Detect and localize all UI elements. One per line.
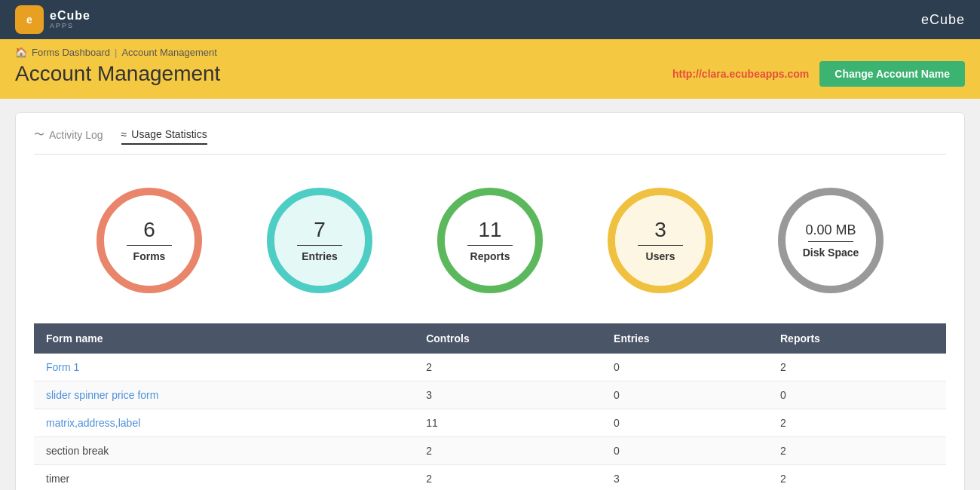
stat-circle-disk: 0.00 MB Disk Space — [778, 188, 884, 293]
table-row: timer232 — [34, 465, 946, 491]
stat-users: 3 Users — [608, 188, 713, 293]
table-header: Form name Controls Entries Reports — [34, 323, 946, 354]
table-cell-form-name: section break — [34, 437, 414, 465]
table-cell-controls: 3 — [414, 381, 602, 409]
dropdown-arrow — [249, 32, 264, 39]
brand-text: eCube APPS — [50, 9, 90, 29]
stat-forms-value: 6 — [143, 219, 155, 240]
activity-log-icon: 〜 — [34, 128, 44, 142]
table-header-row: Form name Controls Entries Reports — [34, 323, 946, 354]
stat-forms-divider — [127, 245, 172, 246]
stat-reports-divider — [467, 245, 513, 246]
stat-disk-divider — [808, 241, 853, 242]
header-row: Account Management http://clara.ecubeapp… — [15, 61, 965, 87]
table-cell-form-name[interactable]: slider spinner price form — [34, 381, 414, 409]
table-cell-reports: 2 — [768, 437, 946, 465]
stat-entries-label: Entries — [302, 250, 337, 262]
table-cell-entries: 0 — [602, 437, 768, 465]
table-row: slider spinner price form300 — [34, 381, 946, 409]
table-cell-controls: 11 — [414, 409, 602, 437]
usage-statistics-icon: ≈ — [121, 128, 127, 140]
stat-disk: 0.00 MB Disk Space — [778, 188, 884, 293]
col-entries: Entries — [602, 323, 768, 354]
account-url: http://clara.ecubeapps.com — [672, 68, 809, 80]
stats-row: 6 Forms 7 Entries 11 Reports — [34, 173, 946, 316]
table-row: Form 1202 — [34, 354, 946, 381]
col-form-name: Form name — [34, 323, 414, 354]
tab-usage-statistics-label: Usage Statistics — [131, 128, 207, 140]
table-cell-form-name[interactable]: matrix,address,label — [34, 409, 414, 437]
breadcrumb: 🏠 Forms Dashboard | Account Management — [15, 47, 965, 58]
stat-users-value: 3 — [654, 219, 666, 240]
stat-reports-label: Reports — [470, 250, 510, 262]
table-cell-controls: 2 — [414, 465, 602, 491]
table-cell-entries: 0 — [602, 409, 768, 437]
breadcrumb-account-management: Account Management — [121, 47, 216, 58]
navbar: e eCube APPS eCube — [0, 0, 980, 39]
brand: e eCube APPS — [15, 5, 90, 34]
stat-disk-label: Disk Space — [803, 247, 859, 259]
stat-disk-value: 0.00 MB — [805, 223, 856, 237]
stat-reports: 11 Reports — [437, 188, 543, 293]
tab-activity-log-label: Activity Log — [49, 129, 103, 141]
navbar-title: eCube — [921, 12, 965, 28]
table-cell-controls: 2 — [414, 437, 602, 465]
table-cell-entries: 0 — [602, 381, 768, 409]
col-controls: Controls — [414, 323, 602, 354]
stat-reports-value: 11 — [478, 219, 501, 240]
table-cell-form-name: timer — [34, 465, 414, 491]
col-reports: Reports — [768, 323, 946, 354]
stat-users-label: Users — [646, 250, 675, 262]
table-cell-reports: 2 — [768, 409, 946, 437]
table-row: matrix,address,label1102 — [34, 409, 946, 437]
table-cell-reports: 2 — [768, 465, 946, 491]
table-cell-entries: 3 — [602, 465, 768, 491]
stat-entries-value: 7 — [314, 219, 326, 240]
tabs: 〜 Activity Log ≈ Usage Statistics — [34, 128, 946, 155]
table-cell-reports: 0 — [768, 381, 946, 409]
stat-circle-forms: 6 Forms — [96, 188, 202, 293]
stat-circle-users: 3 Users — [608, 188, 713, 293]
table-cell-reports: 2 — [768, 354, 946, 381]
tab-activity-log[interactable]: 〜 Activity Log — [34, 128, 103, 145]
change-account-name-button[interactable]: Change Account Name — [819, 61, 965, 87]
stat-circle-reports: 11 Reports — [437, 188, 543, 293]
table-row: section break202 — [34, 437, 946, 465]
logo-icon: e — [15, 5, 44, 34]
page-title: Account Management — [15, 62, 220, 86]
stat-forms: 6 Forms — [96, 188, 202, 293]
url-suffix: .ecubeapps.com — [727, 68, 810, 80]
url-highlight: clara — [702, 68, 727, 80]
stat-circle-entries: 7 Entries — [267, 188, 372, 293]
main-content: 〜 Activity Log ≈ Usage Statistics 6 Form… — [0, 99, 980, 490]
brand-sub: APPS — [50, 23, 90, 30]
stat-entries-divider — [297, 245, 342, 246]
table-cell-controls: 2 — [414, 354, 602, 381]
svg-text:e: e — [26, 14, 32, 26]
table-cell-form-name[interactable]: Form 1 — [34, 354, 414, 381]
stat-users-divider — [638, 245, 683, 246]
home-icon: 🏠 — [15, 47, 27, 58]
breadcrumb-separator: | — [115, 47, 117, 58]
header-right: http://clara.ecubeapps.com Change Accoun… — [672, 61, 965, 87]
table-cell-entries: 0 — [602, 354, 768, 381]
forms-table: Form name Controls Entries Reports Form … — [34, 323, 946, 490]
url-prefix: http:// — [672, 68, 702, 80]
header-banner: 🏠 Forms Dashboard | Account Management A… — [0, 39, 980, 99]
stat-forms-label: Forms — [133, 250, 166, 262]
breadcrumb-forms-dashboard[interactable]: Forms Dashboard — [32, 47, 110, 58]
brand-name: eCube — [50, 9, 90, 23]
stat-entries: 7 Entries — [267, 188, 372, 293]
table-body: Form 1202slider spinner price form300mat… — [34, 354, 946, 490]
content-card: 〜 Activity Log ≈ Usage Statistics 6 Form… — [15, 112, 965, 490]
tab-usage-statistics[interactable]: ≈ Usage Statistics — [121, 128, 207, 145]
